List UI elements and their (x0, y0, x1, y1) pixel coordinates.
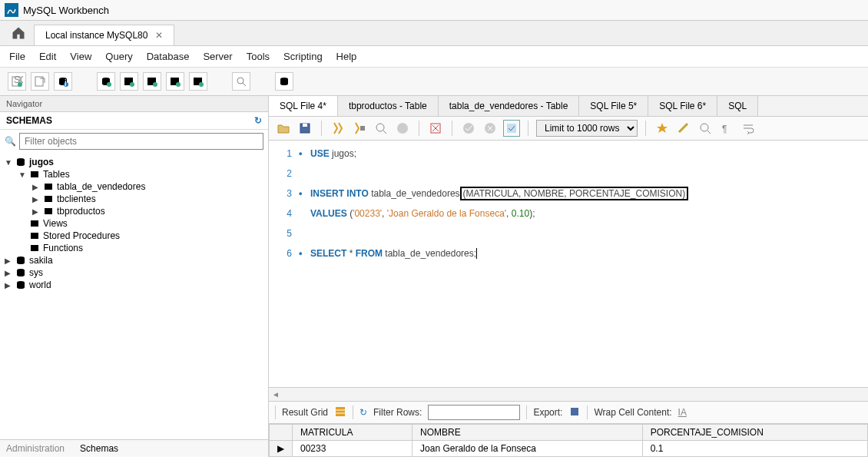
tab-schemas[interactable]: Schemas (80, 443, 118, 454)
result-grid[interactable]: MATRICULA NOMBRE PORCENTAJE_COMISION ▶ 0… (269, 424, 868, 457)
db-sys[interactable]: sys (29, 267, 43, 278)
menu-help[interactable]: Help (336, 51, 357, 62)
svg-text:i: i (65, 78, 67, 88)
grid-view-icon[interactable] (334, 405, 346, 420)
search-table-icon[interactable] (232, 72, 250, 91)
find-icon[interactable] (697, 120, 714, 137)
folder-views[interactable]: Views (43, 218, 68, 229)
svg-point-11 (130, 82, 134, 87)
new-table-icon[interactable] (120, 72, 138, 91)
refresh-icon[interactable]: ↻ (254, 115, 262, 126)
row-selector-icon[interactable]: ▶ (270, 441, 293, 457)
open-file-icon[interactable] (275, 120, 292, 137)
autocommit-icon[interactable] (503, 120, 520, 137)
wrap-cell-icon[interactable]: IA (678, 407, 687, 418)
menu-query[interactable]: Query (105, 51, 132, 62)
line-number: 3 (269, 184, 292, 204)
horizontal-scrollbar[interactable] (269, 387, 868, 401)
tab-administration[interactable]: Administration (6, 443, 65, 454)
menu-tools[interactable]: Tools (247, 51, 270, 62)
svg-rect-25 (45, 196, 52, 202)
table-tbproductos[interactable]: tbproductos (57, 206, 105, 217)
svg-point-40 (397, 123, 408, 134)
inspector-icon[interactable]: i (54, 72, 72, 91)
rebuild-icon[interactable] (275, 72, 293, 91)
svg-rect-27 (45, 208, 52, 214)
stop-on-error-icon[interactable] (427, 120, 444, 137)
db-world[interactable]: world (29, 280, 51, 290)
new-function-icon[interactable] (189, 72, 207, 91)
title-bar: MySQL Workbench (0, 0, 868, 21)
explain-icon[interactable] (373, 120, 389, 137)
cell-porcentaje[interactable]: 0.1 (642, 441, 867, 457)
col-matricula[interactable]: MATRICULA (293, 425, 412, 441)
svg-rect-48 (507, 124, 516, 133)
query-tab-sqlfile5[interactable]: SQL File 5* (579, 96, 648, 116)
connection-tab[interactable]: Local instance MySQL80 ✕ (34, 25, 174, 45)
menu-scripting[interactable]: Scripting (283, 51, 323, 62)
commit-icon[interactable] (460, 120, 477, 137)
favorite-icon[interactable] (654, 120, 671, 137)
svg-rect-23 (45, 184, 52, 190)
query-tab-tbproductos[interactable]: tbproductos - Table (338, 96, 439, 116)
home-button[interactable] (3, 21, 34, 45)
query-tab-vendedores[interactable]: tabla_de_vendedores - Table (439, 96, 580, 116)
result-grid-label: Result Grid (282, 407, 328, 418)
svg-rect-31 (31, 245, 38, 251)
svg-point-44 (463, 123, 474, 134)
cell-matricula[interactable]: 00233 (293, 441, 412, 457)
open-sql-icon[interactable] (31, 72, 49, 91)
table-tbclientes[interactable]: tbclientes (57, 194, 96, 204)
table-tabla-de-vendedores[interactable]: tabla_de_vendedores (57, 181, 145, 192)
schema-tree[interactable]: ▼jugos ▼Tables ▶tabla_de_vendedores ▶tbc… (0, 153, 268, 439)
close-icon[interactable]: ✕ (155, 30, 163, 41)
new-procedure-icon[interactable] (166, 72, 184, 91)
folder-stored-procedures[interactable]: Stored Procedures (43, 230, 120, 241)
beautify-icon[interactable] (675, 120, 692, 137)
execute-icon[interactable] (330, 120, 346, 137)
menu-database[interactable]: Database (147, 51, 190, 62)
db-jugos[interactable]: jugos (29, 157, 54, 167)
cell-nombre[interactable]: Joan Geraldo de la Fonseca (412, 441, 643, 457)
sql-editor[interactable]: 1 2 3 4 5 6 USE jugos; INSERT INTO tabla… (269, 141, 868, 387)
menu-view[interactable]: View (70, 51, 91, 62)
svg-point-2 (18, 82, 22, 87)
col-nombre[interactable]: NOMBRE (412, 425, 643, 441)
line-number: 4 (269, 204, 292, 223)
search-icon: 🔍 (5, 136, 16, 147)
folder-tables[interactable]: Tables (43, 169, 70, 180)
filter-rows-label: Filter Rows: (373, 407, 422, 418)
refresh-result-icon[interactable]: ↻ (359, 407, 367, 418)
save-icon[interactable] (297, 120, 313, 137)
line-number: 2 (269, 164, 292, 184)
menu-server[interactable]: Server (203, 51, 232, 62)
query-tab-more[interactable]: SQL (717, 96, 758, 116)
invisible-chars-icon[interactable]: ¶ (718, 120, 735, 137)
menu-edit[interactable]: Edit (39, 51, 56, 62)
db-sakila[interactable]: sakila (29, 255, 53, 266)
query-tab-sqlfile6[interactable]: SQL File 6* (648, 96, 717, 116)
filter-objects-input[interactable] (19, 133, 263, 150)
svg-rect-55 (571, 408, 578, 415)
rollback-icon[interactable] (482, 120, 499, 137)
new-view-icon[interactable] (143, 72, 161, 91)
svg-rect-52 (336, 407, 345, 416)
col-porcentaje[interactable]: PORCENTAJE_COMISION (642, 425, 867, 441)
app-title: MySQL Workbench (23, 5, 109, 16)
export-icon[interactable] (568, 405, 581, 420)
folder-functions[interactable]: Functions (43, 243, 83, 253)
svg-rect-30 (31, 233, 38, 239)
new-sql-tab-icon[interactable]: SQL (8, 72, 26, 91)
menu-file[interactable]: File (9, 51, 25, 62)
svg-point-49 (701, 124, 708, 131)
table-row[interactable]: ▶ 00233 Joan Geraldo de la Fonseca 0.1 (270, 441, 868, 457)
execute-current-icon[interactable] (351, 120, 368, 137)
filter-rows-input[interactable] (428, 405, 520, 420)
query-tab-sqlfile4[interactable]: SQL File 4* (269, 96, 338, 117)
editor-area: SQL File 4* tbproductos - Table tabla_de… (269, 96, 868, 457)
svg-text:¶: ¶ (722, 124, 727, 134)
new-schema-icon[interactable] (97, 72, 115, 91)
limit-rows-select[interactable]: Limit to 1000 rows (536, 120, 638, 137)
stop-icon[interactable] (394, 120, 411, 137)
wrap-icon[interactable] (740, 120, 757, 137)
